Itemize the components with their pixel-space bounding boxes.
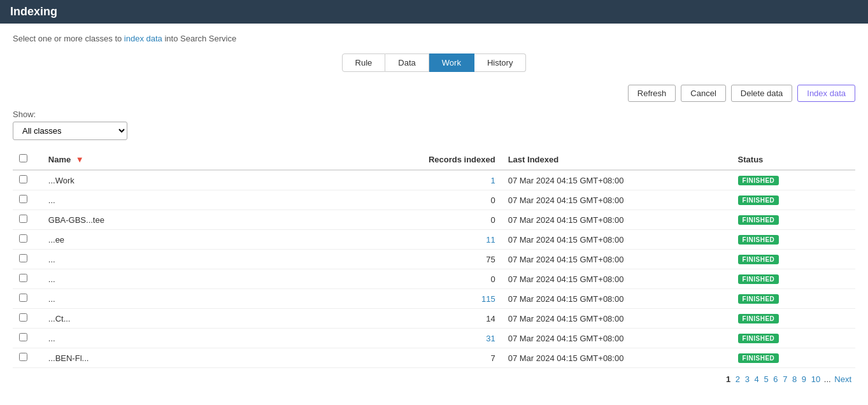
pagination-next[interactable]: Next [834,374,851,384]
row-status: FINISHED [732,348,855,368]
row-checkbox-cell [13,250,42,269]
status-badge: FINISHED [738,334,779,343]
row-checkbox-cell [13,230,42,250]
table-header-row: Name ▼ Records indexed Last Indexed Stat… [13,149,855,170]
table-row: GBA-GBS...tee 0 07 Mar 2024 04:15 GMT+08… [13,210,855,230]
row-checkbox-2[interactable] [19,215,27,223]
row-last-indexed: 07 Mar 2024 04:15 GMT+08:00 [502,269,732,289]
row-status: FINISHED [732,210,855,230]
header-status: Status [732,149,855,170]
status-badge: FINISHED [738,353,779,363]
row-last-indexed: 07 Mar 2024 04:15 GMT+08:00 [502,289,732,309]
row-records: 14 [378,309,501,329]
row-checkbox-cell [13,329,42,348]
row-checkbox-9[interactable] [19,353,27,361]
subtitle: Select one or more classes to index data… [13,34,855,43]
row-name: ...BEN-Fl... [42,348,378,368]
row-records: 1 [378,170,501,190]
row-status: FINISHED [732,309,855,329]
table-row: ... 115 07 Mar 2024 04:15 GMT+08:00 FINI… [13,289,855,309]
row-records: 31 [378,329,501,348]
pagination: 1 2 3 4 5 6 7 8 9 10 ... Next [13,368,855,390]
row-checkbox-7[interactable] [19,313,27,322]
row-checkbox-cell [13,289,42,309]
row-name: ... [42,250,378,269]
row-last-indexed: 07 Mar 2024 04:15 GMT+08:00 [502,210,732,230]
table-body: ...Work 1 07 Mar 2024 04:15 GMT+08:00 FI… [13,170,855,368]
table-row: ... 75 07 Mar 2024 04:15 GMT+08:00 FINIS… [13,250,855,269]
row-checkbox-4[interactable] [19,254,27,262]
row-checkbox-8[interactable] [19,333,27,341]
row-last-indexed: 07 Mar 2024 04:15 GMT+08:00 [502,170,732,190]
row-records: 11 [378,230,501,250]
status-badge: FINISHED [738,195,779,205]
row-checkbox-0[interactable] [19,175,27,183]
pagination-page-6[interactable]: 6 [773,374,778,384]
show-label: Show: [13,110,855,119]
row-checkbox-cell [13,190,42,210]
row-status: FINISHED [732,329,855,348]
tab-rule[interactable]: Rule [342,53,386,72]
row-checkbox-5[interactable] [19,274,27,282]
row-name: ...Work [42,170,378,190]
pagination-page-5[interactable]: 5 [764,374,768,384]
row-records: 0 [378,190,501,210]
pagination-page-2[interactable]: 2 [736,374,740,384]
table-row: ... 0 07 Mar 2024 04:15 GMT+08:00 FINISH… [13,190,855,210]
row-checkbox-3[interactable] [19,234,27,243]
row-status: FINISHED [732,289,855,309]
row-last-indexed: 07 Mar 2024 04:15 GMT+08:00 [502,329,732,348]
row-status: FINISHED [732,269,855,289]
pagination-page-7[interactable]: 7 [783,374,787,384]
page-title: Indexing [10,5,57,18]
cancel-button[interactable]: Cancel [681,85,725,102]
table-row: ... 31 07 Mar 2024 04:15 GMT+08:00 FINIS… [13,329,855,348]
show-classes-select[interactable]: All classes [13,122,127,140]
row-records: 0 [378,210,501,230]
pagination-ellipsis: ... [824,374,831,384]
pagination-current: 1 [726,374,730,384]
row-status: FINISHED [732,250,855,269]
pagination-page-3[interactable]: 3 [745,374,750,384]
status-badge: FINISHED [738,176,779,185]
row-checkbox-1[interactable] [19,195,27,203]
tab-data[interactable]: Data [385,53,429,72]
row-records: 0 [378,269,501,289]
row-checkbox-cell [13,348,42,368]
row-status: FINISHED [732,190,855,210]
filter-icon[interactable]: ▼ [76,155,84,164]
index-data-button[interactable]: Index data [797,85,855,102]
status-badge: FINISHED [738,314,779,323]
table-row: ...Ct... 14 07 Mar 2024 04:15 GMT+08:00 … [13,309,855,329]
status-badge: FINISHED [738,255,779,264]
table-row: ... 0 07 Mar 2024 04:15 GMT+08:00 FINISH… [13,269,855,289]
refresh-button[interactable]: Refresh [628,85,676,102]
tab-history[interactable]: History [474,53,526,72]
row-name: ... [42,329,378,348]
index-table: Name ▼ Records indexed Last Indexed Stat… [13,149,855,368]
row-records: 115 [378,289,501,309]
row-checkbox-cell [13,170,42,190]
row-checkbox-cell [13,269,42,289]
page-header: Indexing [0,0,868,24]
row-name: ... [42,190,378,210]
table-row: ...ee 11 07 Mar 2024 04:15 GMT+08:00 FIN… [13,230,855,250]
pagination-page-8[interactable]: 8 [792,374,797,384]
row-name: GBA-GBS...tee [42,210,378,230]
row-last-indexed: 07 Mar 2024 04:15 GMT+08:00 [502,230,732,250]
row-last-indexed: 07 Mar 2024 04:15 GMT+08:00 [502,348,732,368]
row-name: ... [42,269,378,289]
row-last-indexed: 07 Mar 2024 04:15 GMT+08:00 [502,309,732,329]
pagination-page-9[interactable]: 9 [802,374,806,384]
row-name: ... [42,289,378,309]
tab-work[interactable]: Work [429,53,474,72]
row-last-indexed: 07 Mar 2024 04:15 GMT+08:00 [502,250,732,269]
pagination-page-10[interactable]: 10 [811,374,820,384]
row-checkbox-6[interactable] [19,294,27,302]
page-content: Select one or more classes to index data… [0,24,868,401]
select-all-checkbox[interactable] [19,154,27,162]
header-last-indexed: Last Indexed [502,149,732,170]
row-name: ...ee [42,230,378,250]
pagination-page-4[interactable]: 4 [755,374,759,384]
delete-data-button[interactable]: Delete data [731,85,793,102]
